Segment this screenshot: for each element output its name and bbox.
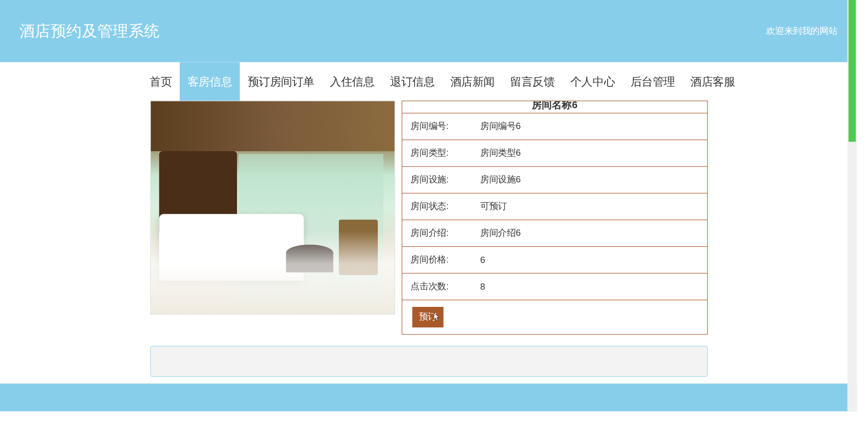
comment-box[interactable]	[150, 346, 708, 377]
footer-band	[0, 383, 857, 411]
value-room-status: 可预订	[480, 201, 507, 212]
value-room-price: 6	[480, 255, 485, 265]
room-image	[150, 100, 395, 315]
value-room-facilities: 房间设施6	[480, 174, 521, 186]
site-header: 酒店预约及管理系统 欢迎来到我的网站	[0, 0, 857, 62]
detail-row-clicks: 点击次数: 8	[402, 273, 707, 300]
nav-room-info[interactable]: 客房信息	[180, 62, 240, 101]
detail-row-number: 房间编号: 房间编号6	[402, 114, 707, 140]
nav-checkin-info[interactable]: 入住信息	[322, 62, 382, 101]
cursor-icon	[432, 312, 440, 324]
room-title: 房间名称6	[402, 101, 707, 114]
book-button[interactable]: 预订	[412, 307, 444, 327]
nav-feedback[interactable]: 留言反馈	[502, 62, 563, 101]
nav-booking-orders[interactable]: 预订房间订单	[240, 62, 322, 101]
browser-content: 酒店预约及管理系统 欢迎来到我的网站 首页 客房信息 预订房间订单 入住信息 退…	[0, 0, 857, 411]
label-room-facilities: 房间设施:	[410, 174, 480, 186]
label-room-price: 房间价格:	[410, 254, 480, 266]
browser-scrollbar[interactable]	[848, 0, 857, 411]
nav-personal[interactable]: 个人中心	[563, 62, 623, 101]
site-title: 酒店预约及管理系统	[19, 20, 160, 42]
detail-row-intro: 房间介绍: 房间介绍6	[402, 220, 707, 247]
value-room-number: 房间编号6	[480, 121, 521, 133]
nav-service[interactable]: 酒店客服	[683, 62, 743, 101]
nav-cancel-info[interactable]: 退订信息	[382, 62, 443, 101]
content-area: 房间名称6 房间编号: 房间编号6 房间类型: 房间类型6 房间设施: 房间设施…	[0, 100, 857, 334]
value-room-clicks: 8	[480, 282, 485, 291]
viewport: 酒店预约及管理系统 欢迎来到我的网站 首页 客房信息 预订房间订单 入住信息 退…	[0, 0, 868, 430]
detail-row-facilities: 房间设施: 房间设施6	[402, 167, 707, 193]
detail-action-row: 预订	[402, 300, 707, 334]
nav-hotel-news[interactable]: 酒店新闻	[442, 62, 502, 101]
room-detail-panel: 房间名称6 房间编号: 房间编号6 房间类型: 房间类型6 房间设施: 房间设施…	[402, 100, 708, 334]
detail-row-price: 房间价格: 6	[402, 247, 707, 273]
nav-home[interactable]: 首页	[142, 62, 180, 101]
label-room-clicks: 点击次数:	[410, 281, 480, 292]
detail-row-status: 房间状态: 可预订	[402, 193, 707, 220]
value-room-type: 房间类型6	[480, 147, 521, 159]
scrollbar-thumb[interactable]	[849, 0, 856, 142]
welcome-text: 欢迎来到我的网站	[766, 25, 837, 37]
detail-row-type: 房间类型: 房间类型6	[402, 140, 707, 167]
label-room-number: 房间编号:	[410, 121, 480, 133]
label-room-type: 房间类型:	[410, 147, 480, 159]
label-room-intro: 房间介绍:	[410, 227, 480, 239]
label-room-status: 房间状态:	[410, 201, 480, 212]
nav-admin[interactable]: 后台管理	[622, 62, 683, 101]
value-room-intro: 房间介绍6	[480, 227, 521, 239]
main-nav: 首页 客房信息 预订房间订单 入住信息 退订信息 酒店新闻 留言反馈 个人中心 …	[0, 62, 857, 101]
